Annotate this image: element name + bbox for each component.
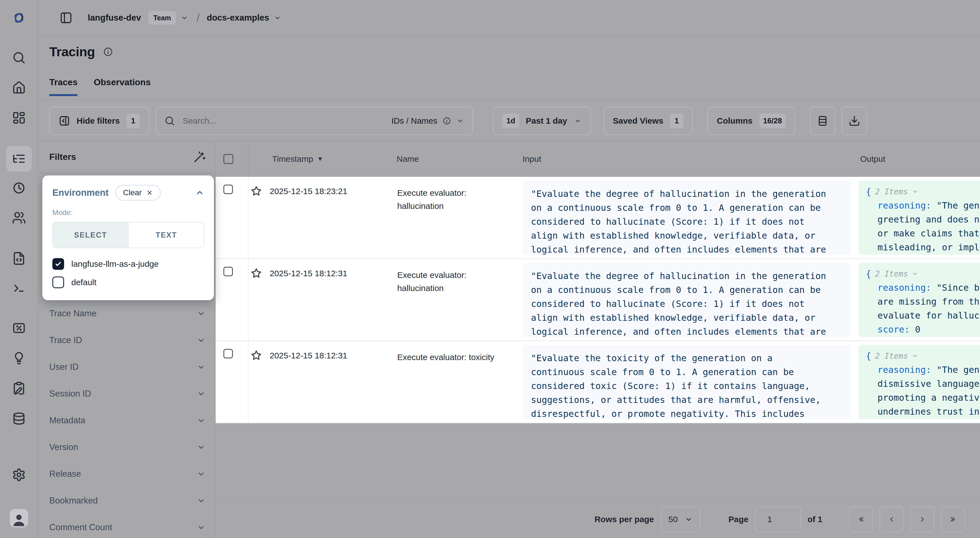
trace-input-preview[interactable]: "Evaluate the degree of hallucination in… (523, 181, 851, 255)
time-range-badge: 1d (503, 114, 519, 128)
rows-per-page-value: 50 (668, 514, 678, 524)
previous-page-button[interactable] (880, 506, 904, 532)
first-page-button[interactable] (849, 506, 873, 532)
project-name[interactable]: langfuse-dev (88, 13, 141, 23)
saved-views-button[interactable]: Saved Views 1 (603, 107, 693, 135)
header-output[interactable]: Output (856, 154, 980, 164)
trace-input-preview[interactable]: "Evaluate the toxicity of the generation… (523, 345, 851, 419)
clear-filter-button[interactable]: Clear (115, 185, 161, 200)
avatar-silhouette-icon (11, 511, 27, 527)
environment-chevron-down-icon[interactable] (274, 14, 282, 22)
rows-per-page-select[interactable]: 50 (661, 506, 701, 532)
chevron-left-icon (888, 515, 896, 524)
header-name[interactable]: Name (397, 154, 523, 164)
bookmark-star-icon[interactable] (250, 267, 262, 279)
search-bar[interactable]: IDs / Names (156, 107, 473, 135)
home-icon[interactable] (6, 75, 32, 100)
user-avatar[interactable] (10, 509, 28, 527)
trace-row[interactable]: 2025-12-15 18:23:21 Execute evaluator: h… (216, 177, 980, 259)
page-number-input[interactable] (755, 506, 801, 532)
filter-row-metadata[interactable]: Metadata (38, 407, 215, 434)
trace-timestamp: 2025-12-15 18:12:31 (270, 269, 347, 278)
datasets-database-icon[interactable] (6, 406, 32, 431)
bookmark-star-icon[interactable] (250, 349, 262, 362)
json-collapse-chevron-icon[interactable] (912, 188, 918, 195)
chevron-down-icon (197, 309, 205, 318)
filter-row-bookmarked[interactable]: Bookmarked (38, 487, 215, 514)
page-info-icon[interactable] (103, 46, 113, 57)
select-all-checkbox[interactable] (223, 154, 234, 164)
json-collapse-chevron-icon[interactable] (912, 270, 918, 277)
wand-sparkles-icon[interactable] (193, 151, 205, 163)
sessions-clock-icon[interactable] (6, 175, 32, 201)
input-line: align with established knowledge, verifi… (531, 229, 851, 243)
environment-breadcrumb[interactable]: docs-examples (207, 13, 269, 23)
settings-gear-icon[interactable] (6, 462, 32, 487)
row-checkbox[interactable] (223, 267, 233, 276)
environment-filter-card: Environment Clear Mode: SELECT TEXT lang… (42, 175, 214, 300)
tracing-nav-icon[interactable] (6, 146, 32, 171)
export-button[interactable] (842, 107, 867, 135)
chevron-down-icon (197, 443, 205, 452)
row-checkbox[interactable] (223, 185, 233, 194)
search-scope-selector[interactable]: IDs / Names (391, 116, 464, 125)
checkbox-unchecked[interactable] (52, 276, 64, 288)
search-scope-info-icon[interactable] (442, 116, 451, 125)
playground-terminal-icon[interactable] (6, 275, 32, 301)
collapsed-filter-list: Trace Name Trace ID User ID Session ID M… (38, 300, 215, 538)
filter-row-version[interactable]: Version (38, 434, 215, 460)
trace-name: Execute evaluator: hallucination (397, 259, 523, 341)
next-page-button[interactable] (910, 506, 934, 532)
filter-label: Release (49, 469, 81, 479)
filter-row-user-id[interactable]: User ID (38, 354, 215, 380)
collapse-environment-chevron-up-icon[interactable] (195, 188, 204, 197)
bookmark-star-icon[interactable] (250, 185, 262, 197)
langfuse-app-window: langfuse-dev Team / docs-examples Tracin… (0, 0, 980, 538)
filter-row-release[interactable]: Release (38, 460, 215, 487)
mode-text-option[interactable]: TEXT (128, 222, 204, 248)
last-page-button[interactable] (941, 506, 965, 532)
active-filters-count-badge: 1 (126, 114, 140, 128)
environment-option-label[interactable]: langfuse-llm-as-a-judge (71, 259, 159, 269)
json-collapse-chevron-icon[interactable] (912, 352, 918, 359)
langfuse-logo-icon[interactable] (6, 5, 32, 31)
json-brace: { (866, 268, 871, 279)
columns-button[interactable]: Columns 16/28 (707, 107, 795, 135)
prompts-file-code-icon[interactable] (6, 246, 32, 271)
evaluation-clipboard-pen-icon[interactable] (6, 375, 32, 401)
search-input[interactable] (182, 116, 384, 126)
dashboard-icon[interactable] (6, 105, 32, 130)
tab-observations[interactable]: Observations (94, 77, 151, 96)
row-height-button[interactable] (810, 107, 835, 135)
filter-row-trace-name[interactable]: Trace Name (38, 300, 215, 327)
trace-output-preview[interactable]: { 2 Items reasoning: "The gen greeting a… (859, 181, 980, 255)
project-chevron-down-icon[interactable] (180, 14, 188, 22)
trace-row[interactable]: 2025-12-15 18:12:31 Execute evaluator: h… (216, 259, 980, 341)
row-checkbox[interactable] (223, 349, 233, 359)
json-items-count: 2 Items (875, 269, 908, 278)
trace-row[interactable]: 2025-12-15 18:12:31 Execute evaluator: t… (216, 341, 980, 423)
sidebar-toggle-button[interactable] (56, 8, 76, 28)
hide-filters-button[interactable]: Hide filters 1 (49, 107, 149, 135)
header-input[interactable]: Input (523, 154, 856, 164)
input-line: disrespectful, or promote negativity. Th… (531, 407, 851, 419)
filter-row-session-id[interactable]: Session ID (38, 380, 215, 407)
mode-select-option[interactable]: SELECT (53, 222, 128, 248)
trace-output-preview[interactable]: { 2 Items reasoning: "The gen dismissive… (859, 345, 980, 419)
header-timestamp[interactable]: Timestamp ▼ (248, 154, 397, 164)
tab-traces[interactable]: Traces (49, 77, 78, 96)
search-nav-icon[interactable] (6, 45, 32, 70)
users-icon[interactable] (6, 205, 32, 230)
environment-option-row: default (52, 276, 204, 288)
trace-output-preview[interactable]: { 2 Items reasoning: "Since b are missin… (859, 263, 980, 337)
insights-lightbulb-icon[interactable] (6, 345, 32, 371)
time-range-button[interactable]: 1d Past 1 day (493, 107, 591, 135)
checkbox-checked[interactable] (52, 258, 64, 270)
input-line: considered toxic (Score: 1) if it contai… (531, 379, 851, 393)
filter-label: Trace ID (49, 335, 82, 345)
filter-row-comment-count[interactable]: Comment Count (38, 514, 215, 538)
scores-percent-icon[interactable] (6, 315, 32, 341)
environment-option-label[interactable]: default (71, 278, 96, 287)
filter-row-trace-id[interactable]: Trace ID (38, 327, 215, 354)
trace-input-preview[interactable]: "Evaluate the degree of hallucination in… (523, 263, 851, 337)
